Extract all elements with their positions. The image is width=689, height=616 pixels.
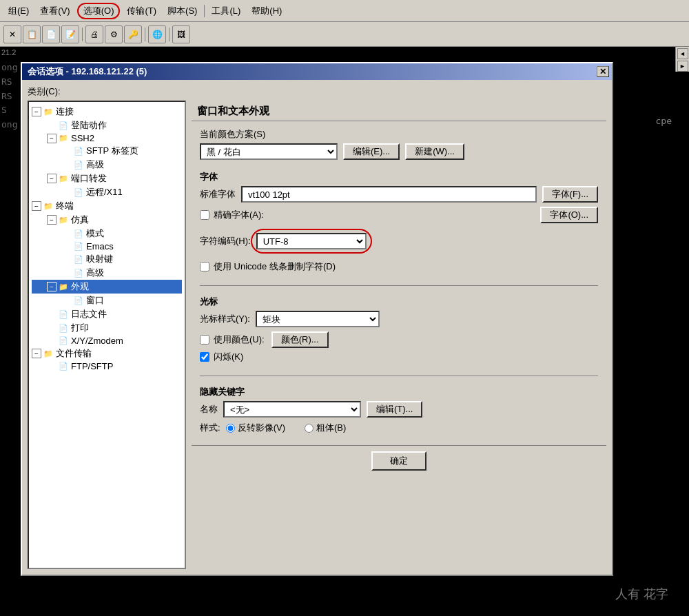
file-icon-ssh2-advanced [73, 160, 84, 170]
tree-item-connection[interactable]: − 连接 [32, 105, 182, 119]
tree-item-keymap[interactable]: 映射键 [32, 252, 182, 266]
unicode-row: 使用 Unicode 线条删制字符(D) [200, 260, 598, 273]
hotkey-style-label: 样式: [200, 422, 220, 434]
folder-icon-ssh2 [58, 134, 69, 143]
utf8-select-wrapper: UTF-8 [256, 233, 367, 249]
dialog-content: − 连接 登陆动作 − SSH2 [28, 101, 606, 569]
tree-item-window[interactable]: 窗口 [32, 294, 182, 307]
standard-font-display: vt100 12pt [241, 186, 537, 203]
tree-item-print[interactable]: 打印 [32, 321, 182, 335]
expand-icon-appearance[interactable]: − [47, 282, 56, 291]
expand-icon-terminal[interactable]: − [32, 201, 41, 211]
menu-item-view[interactable]: 查看(V) [34, 3, 75, 19]
menu-item-options[interactable]: 选项(O) [77, 3, 121, 19]
right-nav: ◄ ► [675, 47, 689, 72]
cursor-style-label: 光标样式(Y): [200, 313, 250, 325]
file-icon-logfile [58, 309, 69, 319]
file-icon-window [73, 296, 84, 305]
settings-panel: 窗口和文本外观 当前颜色方案(S) 黑 / 花白 编辑(E)... 新建(W).… [192, 101, 606, 569]
toolbar-btn-4[interactable]: 📝 [61, 25, 79, 43]
section-divider-2 [200, 376, 598, 376]
expand-icon-emulation[interactable]: − [47, 215, 56, 225]
charset-select[interactable]: UTF-8 [256, 233, 367, 249]
dialog-title: 会话选项 - 192.168.121.22 (5) [28, 65, 147, 78]
style-option-reverse[interactable]: 反转影像(V) [226, 422, 285, 434]
toolbar-btn-6[interactable]: ⚙ [105, 25, 123, 43]
tree-item-remote-x11[interactable]: 远程/X11 [32, 185, 182, 199]
tree-item-terminal[interactable]: − 终端 [32, 199, 182, 213]
menu-bar: 组(E) 查看(V) 选项(O) 传输(T) 脚本(S) 工具(L) 帮助(H) [0, 0, 689, 22]
toolbar-btn-9[interactable]: 🖼 [172, 25, 190, 43]
blink-label: 闪烁(K) [214, 351, 243, 363]
toolbar-btn-3[interactable]: 📄 [42, 25, 60, 43]
toolbar-btn-8[interactable]: 🌐 [148, 25, 166, 43]
font-f-btn[interactable]: 字体(F)... [542, 186, 598, 203]
menu-item-transfer[interactable]: 传输(T) [121, 3, 162, 19]
blink-checkbox[interactable] [200, 352, 209, 362]
menu-item-group[interactable]: 组(E) [3, 3, 34, 19]
toolbar-btn-5[interactable]: 🖨 [85, 25, 103, 43]
exact-font-checkbox[interactable] [200, 210, 209, 220]
new-color-scheme-btn[interactable]: 新建(W)... [405, 143, 464, 160]
menu-separator-1 [204, 5, 205, 17]
folder-icon-terminal [43, 201, 54, 211]
tree-item-login-action[interactable]: 登陆动作 [32, 119, 182, 132]
color-r-btn[interactable]: 颜色(R)... [271, 331, 329, 348]
style-radio-bold[interactable] [305, 424, 313, 433]
tree-item-logfile[interactable]: 日志文件 [32, 307, 182, 321]
file-icon-login [58, 121, 69, 130]
tree-item-ssh2[interactable]: − SSH2 [32, 132, 182, 144]
tree-item-appearance[interactable]: − 外观 ← [32, 280, 182, 294]
menu-item-tools[interactable]: 工具(L) [206, 3, 246, 19]
dialog-close-button[interactable]: ✕ [597, 66, 609, 77]
tree-item-portforward[interactable]: − 端口转发 [32, 172, 182, 185]
dialog-bottom: 确定 [192, 445, 606, 476]
tree-item-emulation-advanced[interactable]: 高级 [32, 266, 182, 280]
color-scheme-row: 黑 / 花白 编辑(E)... 新建(W)... [200, 143, 598, 160]
font-o-btn[interactable]: 字体(O)... [540, 207, 598, 223]
file-icon-sftp [73, 146, 84, 156]
style-option-bold[interactable]: 粗体(B) [305, 422, 346, 434]
file-icon-keymap [73, 254, 84, 264]
tree-item-zmodem[interactable]: X/Y/Zmodem [32, 335, 182, 347]
edit-hotkey-btn[interactable]: 编辑(T)... [367, 401, 422, 418]
menu-item-script[interactable]: 脚本(S) [162, 3, 203, 19]
tree-item-emacs[interactable]: Emacs [32, 240, 182, 252]
toolbar-btn-7[interactable]: 🔑 [124, 25, 142, 43]
tree-item-ssh2-advanced[interactable]: 高级 [32, 158, 182, 172]
expand-icon-connection[interactable]: − [32, 107, 41, 116]
menu-item-help[interactable]: 帮助(H) [246, 3, 287, 19]
tree-item-file-transfer[interactable]: − 文件传输 [32, 347, 182, 360]
session-options-dialog: 会话选项 - 192.168.121.22 (5) ✕ 类别(C): − 连接 … [21, 62, 613, 576]
terminal-text-right: cpe [656, 116, 672, 126]
expand-icon-file-transfer[interactable]: − [32, 349, 41, 358]
tree-panel: − 连接 登陆动作 − SSH2 [28, 101, 186, 569]
charset-row: 字符编码(H): UTF-8 [200, 233, 598, 249]
nav-forward-btn[interactable]: ► [677, 61, 688, 72]
expand-icon-ssh2[interactable]: − [47, 134, 56, 143]
nav-back-btn[interactable]: ◄ [677, 48, 688, 59]
expand-icon-portforward[interactable]: − [47, 174, 56, 183]
toolbar-btn-2[interactable]: 📋 [23, 25, 41, 43]
hotkey-name-select[interactable]: <无> [223, 401, 361, 418]
unicode-checkbox[interactable] [200, 262, 209, 271]
charset-label: 字符编码(H): [200, 235, 251, 247]
tree-item-sftp[interactable]: SFTP 标签页 [32, 144, 182, 158]
toolbar: ✕ 📋 📄 📝 🖨 ⚙ 🔑 🌐 🖼 [0, 22, 689, 47]
use-color-checkbox[interactable] [200, 335, 209, 345]
ok-button[interactable]: 确定 [371, 451, 426, 471]
cursor-style-select[interactable]: 矩块 [256, 311, 380, 327]
file-icon-emulation-advanced [73, 268, 84, 278]
section-header: 窗口和文本外观 [192, 101, 606, 121]
settings-content: 当前颜色方案(S) 黑 / 花白 编辑(E)... 新建(W)... 字体 [192, 121, 606, 445]
color-scheme-select[interactable]: 黑 / 花白 [200, 143, 338, 160]
style-radio-reverse[interactable] [226, 424, 235, 433]
tree-item-mode[interactable]: 模式 [32, 227, 182, 240]
file-icon-mode [73, 229, 84, 238]
tree-item-ftp-sftp[interactable]: FTP/SFTP [32, 360, 182, 372]
color-scheme-label: 当前颜色方案(S) [200, 128, 598, 141]
hotkey-name-row: 名称 <无> 编辑(T)... [200, 401, 598, 418]
edit-color-scheme-btn[interactable]: 编辑(E)... [343, 143, 400, 160]
tree-item-emulation[interactable]: − 仿真 [32, 213, 182, 227]
toolbar-btn-1[interactable]: ✕ [3, 25, 21, 43]
